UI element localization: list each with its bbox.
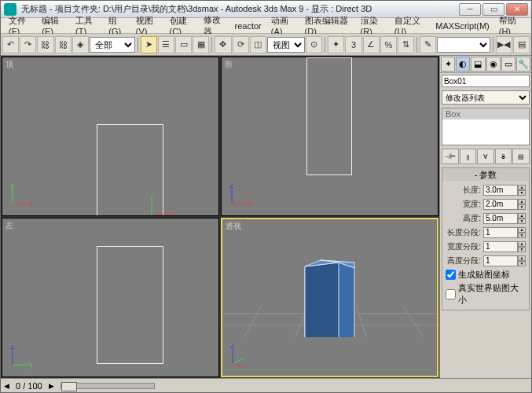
viewport-left-label: 左 xyxy=(6,220,13,231)
width-input[interactable] xyxy=(483,199,518,210)
link-icon: ⛓ xyxy=(41,40,50,50)
angle-snap-button[interactable]: ∠ xyxy=(363,36,380,53)
minimize-button[interactable]: ─ xyxy=(459,3,481,16)
window-crossing-button[interactable]: ▦ xyxy=(193,36,209,53)
height-input[interactable] xyxy=(483,213,518,224)
scale-button[interactable]: ◫ xyxy=(250,36,266,53)
spin-down[interactable]: ▼ xyxy=(518,204,526,210)
viewport-top[interactable]: 顶 x xy xyxy=(2,57,219,216)
genmap-checkbox[interactable] xyxy=(446,270,456,280)
spin-up[interactable]: ▲ xyxy=(518,185,526,190)
utilities-icon: 🔧 xyxy=(518,59,529,69)
lseg-input[interactable] xyxy=(483,227,518,238)
percent-icon: % xyxy=(385,40,393,50)
move-button[interactable]: ✥ xyxy=(215,36,231,53)
redo-button[interactable]: ↷ xyxy=(20,36,36,53)
svg-text:z: z xyxy=(10,345,15,351)
slider-thumb[interactable] xyxy=(61,382,77,391)
svg-text:y: y xyxy=(10,184,15,189)
tab-modify[interactable]: ◐ xyxy=(456,57,470,72)
tab-motion[interactable]: ◉ xyxy=(486,57,501,72)
spin-down[interactable]: ▼ xyxy=(518,233,526,238)
menu-maxscript[interactable]: MAXScript(M) xyxy=(431,20,493,32)
unlink-button[interactable]: ⛓ xyxy=(55,36,72,53)
menubar: 文件(F) 编辑(E) 工具(T) 组(G) 视图(V) 创建(C) 修改器 r… xyxy=(1,18,531,34)
realworld-checkbox[interactable] xyxy=(446,289,456,299)
rollout-header[interactable]: - 参数 xyxy=(442,168,529,181)
named-selset-select[interactable] xyxy=(437,37,490,53)
select-region-button[interactable]: ▭ xyxy=(175,36,192,53)
tab-display[interactable]: ▭ xyxy=(501,57,515,72)
spinner-snap-button[interactable]: ⇅ xyxy=(398,36,414,53)
panel-tabs: ✦ ◐ ⬓ ◉ ▭ 🔧 xyxy=(440,56,531,73)
viewport-top-label: 顶 xyxy=(6,59,13,70)
tab-utilities[interactable]: 🔧 xyxy=(516,57,530,72)
angle-snap-icon: ∠ xyxy=(367,39,375,50)
spin-up[interactable]: ▲ xyxy=(518,199,526,204)
gizmo-icon: x xyxy=(144,191,175,216)
viewport-perspective[interactable]: 透视 z xyxy=(221,218,438,377)
spin-up[interactable]: ▲ xyxy=(518,213,526,219)
undo-button[interactable]: ↶ xyxy=(2,36,19,53)
select-name-button[interactable]: ☰ xyxy=(158,36,174,53)
svg-text:x: x xyxy=(172,209,175,216)
axis-indicator: xy xyxy=(9,184,32,209)
link-button[interactable]: ⛓ xyxy=(37,36,53,53)
nselset-button[interactable]: ✎ xyxy=(420,36,436,53)
align-button[interactable]: ▤ xyxy=(513,36,530,53)
spin-down[interactable]: ▼ xyxy=(518,247,526,252)
spin-down[interactable]: ▼ xyxy=(518,219,526,224)
mirror-button[interactable]: ▶◀ xyxy=(496,36,512,53)
rotate-button[interactable]: ⟳ xyxy=(233,36,249,53)
spin-up[interactable]: ▲ xyxy=(518,255,526,261)
modifier-list-select[interactable]: 修改器列表 xyxy=(442,90,530,105)
manipulate-button[interactable]: ✦ xyxy=(328,36,344,53)
viewport-front[interactable]: 前 xz xyxy=(221,57,438,216)
content-area: 顶 x xy 前 xz 左 yz xyxy=(1,56,531,378)
select-button[interactable]: ➤ xyxy=(141,36,157,53)
redo-icon: ↷ xyxy=(24,39,31,50)
spin-up[interactable]: ▲ xyxy=(518,227,526,233)
tab-hierarchy[interactable]: ⬓ xyxy=(471,57,485,72)
modifier-stack[interactable]: Box xyxy=(442,108,530,145)
pin-stack-button[interactable]: ⊣⊢ xyxy=(442,149,459,164)
refcoord-select[interactable]: 视图 xyxy=(267,37,305,53)
show-end-button[interactable]: || xyxy=(460,149,477,164)
pivot-button[interactable]: ⊙ xyxy=(306,36,322,53)
spin-up[interactable]: ▲ xyxy=(518,241,526,247)
hseg-label: 高度分段: xyxy=(446,255,483,266)
spin-down[interactable]: ▼ xyxy=(518,261,526,266)
pivot-icon: ⊙ xyxy=(310,39,317,50)
selection-filter-select[interactable]: 全部 xyxy=(90,37,135,53)
svg-line-19 xyxy=(222,306,262,337)
mirror-icon: ▶◀ xyxy=(497,39,510,50)
stack-item-box[interactable]: Box xyxy=(442,108,529,119)
width-label: 宽度: xyxy=(446,199,483,210)
percent-snap-button[interactable]: % xyxy=(380,36,397,53)
svg-line-27 xyxy=(233,364,246,366)
remove-mod-button[interactable]: ӫ xyxy=(495,149,512,164)
hseg-input[interactable] xyxy=(483,255,518,266)
viewport-left[interactable]: 左 yz xyxy=(2,218,219,377)
tab-create[interactable]: ✦ xyxy=(441,57,455,72)
unique-button[interactable]: ∀ xyxy=(477,149,494,164)
time-slider[interactable] xyxy=(61,383,155,389)
height-label: 高度: xyxy=(446,213,483,224)
wseg-input[interactable] xyxy=(483,241,518,252)
spin-down[interactable]: ▼ xyxy=(518,190,526,196)
configure-button[interactable]: ▤ xyxy=(512,149,530,164)
lseg-label: 长度分段: xyxy=(446,227,483,238)
snap-button[interactable]: 3 xyxy=(345,36,361,53)
length-input[interactable] xyxy=(483,185,518,196)
bind-icon: ◈ xyxy=(77,39,83,50)
viewport-front-label: 前 xyxy=(225,59,233,70)
frame-display: 0 / 100 xyxy=(16,381,42,391)
viewports: 顶 x xy 前 xz 左 yz xyxy=(1,56,439,378)
bind-space-button[interactable]: ◈ xyxy=(72,36,89,53)
unlink-icon: ⛓ xyxy=(59,40,68,50)
svg-text:z: z xyxy=(229,184,234,189)
menu-reactor[interactable]: reactor xyxy=(230,20,266,32)
object-name-input[interactable] xyxy=(442,75,530,87)
axis-indicator: yz xyxy=(9,345,32,370)
list-icon: ☰ xyxy=(162,39,170,50)
